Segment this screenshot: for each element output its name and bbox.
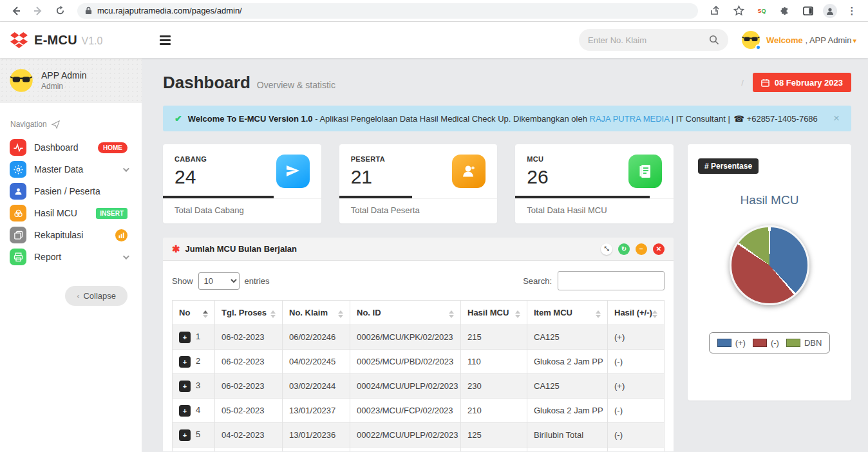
- banner-bold: Welcome To E-MCU Version 1.0: [188, 114, 313, 124]
- page-length-select[interactable]: 10: [198, 272, 240, 290]
- claim-search-input[interactable]: [588, 35, 704, 45]
- browser-menu-icon[interactable]: ⋮: [844, 3, 860, 19]
- sidebar-toggle-icon[interactable]: [160, 35, 171, 45]
- address-bar[interactable]: mcu.rajaputramedia.com/pages/admin/: [77, 3, 698, 19]
- paper-plane-icon: [276, 155, 310, 188]
- col-header-hasil-mcu[interactable]: Hasil MCU: [461, 301, 527, 325]
- banner-phone: +62857-1405-7686: [747, 114, 818, 124]
- stat-card-cabang: CABANG 24 Total Data Cabang: [163, 144, 321, 223]
- date-button[interactable]: 08 February 2023: [753, 73, 851, 92]
- expand-row-button[interactable]: +: [179, 429, 191, 441]
- person-icon: [10, 183, 26, 200]
- reload-icon[interactable]: [52, 3, 68, 19]
- extensions-puzzle-icon[interactable]: [777, 3, 793, 19]
- refresh-panel-icon[interactable]: ↻: [618, 243, 630, 255]
- col-header-no-id[interactable]: No. ID: [350, 301, 461, 325]
- table-row: +3 06-02-2023 03/02/20244 00024/MCU/UPLP…: [173, 374, 665, 399]
- activity-icon: [10, 139, 26, 156]
- legend-item: DBN: [786, 338, 822, 348]
- legend-item: (+): [717, 338, 746, 348]
- back-icon[interactable]: [8, 3, 24, 19]
- raja-putra-media-link[interactable]: RAJA PUTRA MEDIA: [590, 114, 670, 124]
- legend-swatch-dbn: [786, 339, 800, 347]
- sidebar: APP Admin Admin Navigation Dashboard HOM…: [0, 58, 142, 452]
- show-label: Show: [172, 276, 193, 286]
- printer-icon: [10, 249, 26, 265]
- close-panel-icon[interactable]: ✕: [653, 243, 665, 255]
- venn-circles-icon: [10, 205, 26, 221]
- share-icon[interactable]: [707, 3, 724, 19]
- brand[interactable]: E-MCU V1.0: [0, 32, 142, 48]
- sidebar-item-pasien-peserta[interactable]: Pasien / Peserta: [0, 180, 142, 202]
- nav-section-label: Navigation: [0, 103, 142, 137]
- stat-cards: CABANG 24 Total Data Cabang PESERTA 2: [163, 144, 674, 223]
- expand-row-button[interactable]: +: [179, 381, 191, 392]
- chart-badge-icon: [115, 229, 127, 241]
- table-row: +5 04-02-2023 13/01/20236 00022/MCU/UPLP…: [173, 423, 665, 447]
- sidebar-item-dashboard[interactable]: Dashboard HOME: [0, 137, 142, 158]
- expand-row-button[interactable]: +: [179, 356, 191, 368]
- persentase-badge: # Persentase: [698, 158, 759, 174]
- sort-icon: [515, 310, 520, 318]
- user-plus-icon: [452, 155, 486, 188]
- mcu-table-panel: ✱Jumlah MCU Bulan Berjalan ⤡ ↻ − ✕ Show …: [163, 238, 674, 451]
- lock-icon: [85, 6, 92, 15]
- legend-swatch-positive: [717, 339, 731, 347]
- legend-swatch-negative: [753, 339, 767, 347]
- user-name: , APP Admin: [803, 35, 852, 45]
- expand-row-button[interactable]: +: [179, 405, 191, 417]
- phone-icon: ☎: [733, 114, 744, 124]
- paper-plane-outline-icon: [52, 120, 60, 129]
- search-icon[interactable]: [709, 35, 719, 45]
- entries-label: entries: [245, 276, 270, 286]
- sidebar-profile: APP Admin Admin: [0, 58, 142, 103]
- col-header-item-mcu[interactable]: Item MCU: [527, 301, 608, 325]
- url-text: mcu.rajaputramedia.com/pages/admin/: [97, 6, 242, 15]
- user-menu[interactable]: Welcome , APP Admin▾: [741, 30, 856, 50]
- asterisk-icon: ✱: [172, 243, 180, 255]
- col-header-tgl-proses[interactable]: Tgl. Proses: [215, 301, 283, 325]
- table-row: +1 06-02-2023 06/02/20246 00026/MCU/KPK/…: [173, 325, 665, 350]
- brand-logo-icon: [10, 32, 28, 48]
- collapse-button[interactable]: ‹ Collapse: [65, 286, 127, 306]
- home-badge: HOME: [98, 142, 127, 153]
- stat-footer: Total Data Hasil MCU: [515, 198, 674, 221]
- gear-icon: [10, 161, 26, 178]
- expand-panel-icon[interactable]: ⤡: [601, 243, 612, 255]
- page-subtitle: Overview & statistic: [257, 80, 335, 90]
- legend-item: (-): [753, 338, 779, 348]
- browser-profile-icon[interactable]: [823, 4, 837, 18]
- forward-icon[interactable]: [30, 3, 46, 19]
- sidebar-item-master-data[interactable]: Master Data: [0, 158, 142, 180]
- panel-header: ✱Jumlah MCU Bulan Berjalan ⤡ ↻ − ✕: [163, 238, 674, 261]
- side-panel-icon[interactable]: [800, 3, 816, 19]
- welcome-label: Welcome: [766, 35, 803, 45]
- extension-sq-icon[interactable]: SQ: [753, 3, 770, 19]
- table-search-input[interactable]: [558, 271, 665, 290]
- layers-icon: [10, 227, 26, 243]
- sort-icon: [596, 310, 601, 318]
- col-header-no-klaim[interactable]: No. Klaim: [283, 301, 350, 325]
- claim-search: [579, 29, 728, 51]
- user-avatar: [741, 30, 760, 50]
- minimize-panel-icon[interactable]: −: [636, 243, 647, 255]
- col-header-no[interactable]: No: [173, 301, 215, 325]
- search-label: Search:: [523, 276, 552, 286]
- sidebar-item-report[interactable]: Report: [0, 246, 142, 268]
- chevron-down-icon: [123, 253, 129, 259]
- table-row: [173, 447, 665, 451]
- expand-row-button[interactable]: +: [179, 332, 191, 343]
- breadcrumb-separator: /: [741, 78, 744, 88]
- sidebar-item-hasil-mcu[interactable]: Hasil MCU INSERT: [0, 202, 142, 224]
- col-header-hasil-pn[interactable]: Hasil (+/-): [608, 301, 665, 325]
- brand-name: E-MCU: [34, 33, 77, 47]
- banner-close-icon[interactable]: ×: [833, 112, 840, 125]
- bookmark-star-icon[interactable]: [730, 3, 747, 19]
- sort-icon: [203, 310, 208, 318]
- sidebar-item-rekapitulasi[interactable]: Rekapitulasi: [0, 224, 142, 246]
- brand-version: V1.0: [82, 35, 103, 46]
- chart-legend: (+) (-) DBN: [709, 332, 831, 353]
- main-content: Dashboard Overview & statistic / 08 Febr…: [142, 58, 868, 452]
- check-icon: ✔: [175, 113, 182, 124]
- caret-down-icon: ▾: [853, 37, 856, 44]
